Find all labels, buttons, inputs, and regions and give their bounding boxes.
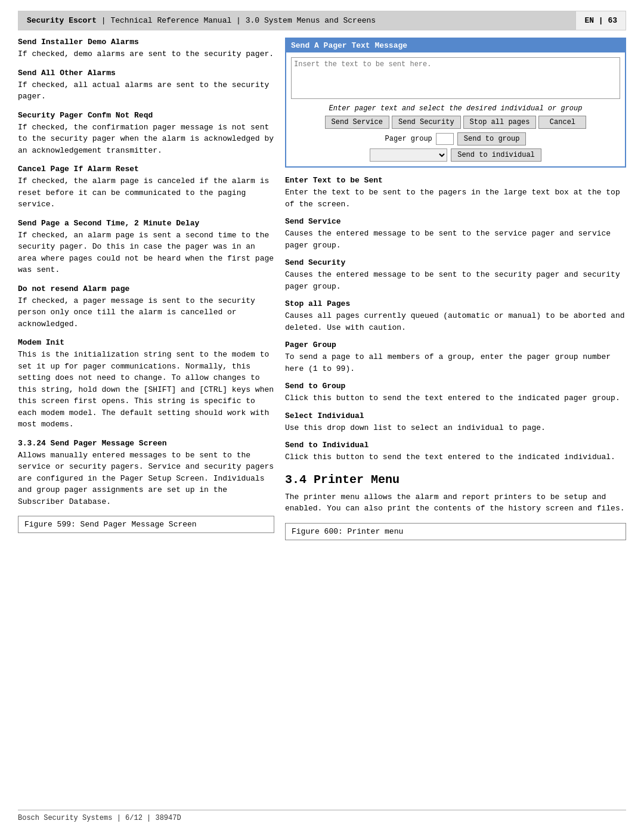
header-left: Security Escort | Technical Reference Ma… bbox=[18, 11, 575, 30]
pager-buttons-row: Send Service Send Security Stop all page… bbox=[291, 116, 620, 129]
pager-group-label: Pager group bbox=[385, 135, 432, 143]
figure-599: Figure 599: Send Pager Message Screen bbox=[18, 516, 274, 533]
individual-select[interactable] bbox=[370, 148, 447, 162]
section-heading-modem: Modem Init bbox=[18, 338, 274, 347]
section-body-3: If checked, the confirmation pager messa… bbox=[18, 122, 274, 157]
right-body-enter-text: Enter the text to be sent to the pagers … bbox=[285, 187, 626, 210]
right-column: Send A Pager Text Message Enter pager te… bbox=[285, 38, 626, 540]
chapter-body-printer: The printer menu allows the alarm and re… bbox=[285, 491, 626, 515]
pager-dialog: Send A Pager Text Message Enter pager te… bbox=[285, 38, 626, 168]
header-page-number: EN | 63 bbox=[575, 11, 626, 30]
right-heading-send-security: Send Security bbox=[285, 258, 626, 267]
section-heading-send-pager: 3.3.24 Send Pager Message Screen bbox=[18, 439, 274, 448]
right-heading-send-service: Send Service bbox=[285, 217, 626, 226]
right-heading-stop-all: Stop all Pages bbox=[285, 299, 626, 308]
cancel-button[interactable]: Cancel bbox=[538, 116, 586, 129]
right-heading-send-to-individual: Send to Individual bbox=[285, 441, 626, 450]
section-body-4: If checked, the alarm page is canceled i… bbox=[18, 175, 274, 210]
pager-individual-row: Send to individual bbox=[291, 148, 620, 162]
section-body-5: If checked, an alarm page is sent a seco… bbox=[18, 230, 274, 276]
right-heading-pager-group: Pager Group bbox=[285, 340, 626, 349]
section-heading-1: Send Installer Demo Alarms bbox=[18, 38, 274, 47]
right-heading-enter-text: Enter Text to be Sent bbox=[285, 176, 626, 185]
pager-group-input[interactable] bbox=[436, 133, 454, 145]
right-heading-select-individual: Select Individual bbox=[285, 411, 626, 420]
pager-group-row: Pager group Send to group bbox=[291, 132, 620, 145]
chapter-heading-printer: 3.4 Printer Menu bbox=[285, 473, 626, 487]
section-body-2: If checked, all actual alarms are sent t… bbox=[18, 79, 274, 103]
right-body-send-to-group: Click this button to send the text enter… bbox=[285, 392, 626, 404]
section-heading-6: Do not resend Alarm page bbox=[18, 284, 274, 293]
section-heading-2: Send All Other Alarms bbox=[18, 69, 274, 78]
send-service-button[interactable]: Send Service bbox=[325, 116, 389, 129]
figure-600: Figure 600: Printer menu bbox=[285, 523, 626, 540]
section-body-1: If checked, demo alarms are sent to the … bbox=[18, 48, 274, 60]
right-body-stop-all: Causes all pages currently queued (autom… bbox=[285, 310, 626, 333]
page-footer: Bosch Security Systems | 6/12 | 38947D bbox=[18, 810, 626, 822]
right-body-pager-group: To send a page to all members of a group… bbox=[285, 351, 626, 374]
send-to-group-button[interactable]: Send to group bbox=[457, 132, 527, 145]
send-security-button[interactable]: Send Security bbox=[392, 116, 461, 129]
stop-all-pages-button[interactable]: Stop all pages bbox=[463, 116, 537, 129]
footer-left: Bosch Security Systems | 6/12 | 38947D bbox=[18, 814, 181, 822]
pager-hint: Enter pager text and select the desired … bbox=[291, 104, 620, 113]
left-column: Send Installer Demo Alarms If checked, d… bbox=[18, 38, 274, 540]
right-body-send-to-individual: Click this button to send the text enter… bbox=[285, 451, 626, 463]
section-heading-5: Send Page a Second Time, 2 Minute Delay bbox=[18, 219, 274, 228]
section-heading-4: Cancel Page If Alarm Reset bbox=[18, 165, 274, 174]
right-body-send-security: Causes the entered message to be sent to… bbox=[285, 269, 626, 292]
header-product: Security Escort bbox=[27, 16, 97, 25]
page-header: Security Escort | Technical Reference Ma… bbox=[18, 11, 626, 30]
send-to-individual-button[interactable]: Send to individual bbox=[451, 148, 541, 162]
section-body-modem: This is the initialization string sent t… bbox=[18, 349, 274, 431]
pager-dialog-title: Send A Pager Text Message bbox=[286, 39, 625, 52]
right-body-send-service: Causes the entered message to be sent to… bbox=[285, 228, 626, 251]
section-body-send-pager: Allows manually entered messages to be s… bbox=[18, 450, 274, 508]
main-content: Send Installer Demo Alarms If checked, d… bbox=[18, 38, 626, 540]
right-body-select-individual: Use this drop down list to select an ind… bbox=[285, 422, 626, 434]
pager-dialog-body: Enter pager text and select the desired … bbox=[286, 52, 625, 166]
right-heading-send-to-group: Send to Group bbox=[285, 382, 626, 391]
section-heading-3: Security Pager Confm Not Reqd bbox=[18, 111, 274, 120]
header-subtitle: | Technical Reference Manual | 3.0 Syste… bbox=[97, 16, 376, 25]
pager-text-input[interactable] bbox=[291, 57, 620, 99]
section-body-6: If checked, a pager message is sent to t… bbox=[18, 295, 274, 330]
